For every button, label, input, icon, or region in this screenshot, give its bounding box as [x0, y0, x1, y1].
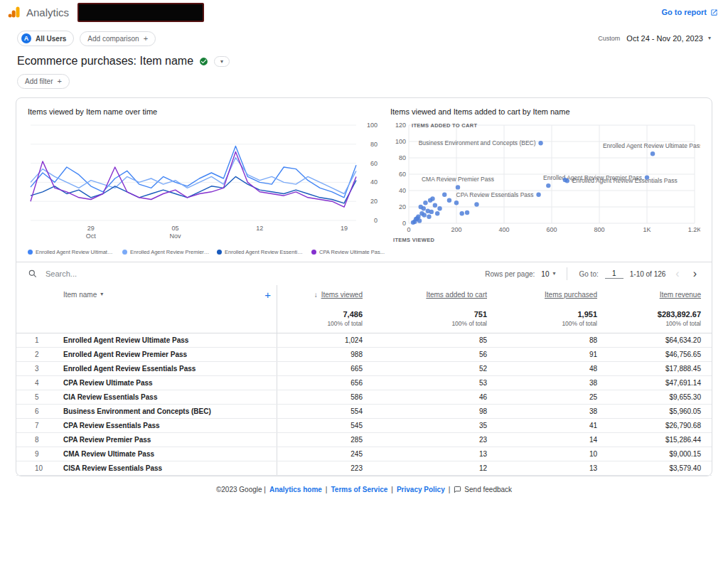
check-circle-icon: [199, 57, 208, 66]
items-added-cell: 52: [363, 365, 487, 373]
add-filter-button[interactable]: Add filter +: [17, 74, 70, 89]
legend-dot-icon: [311, 250, 316, 255]
go-to-report-button[interactable]: Go to report: [661, 8, 718, 16]
legend-dot-icon: [217, 250, 222, 255]
table-row[interactable]: 7CPA Review Essentials Pass5453541$26,79…: [16, 419, 712, 433]
legend-item[interactable]: Enrolled Agent Review Premier Pass: [122, 249, 210, 255]
item-name-cell: CIA Review Essentials Pass: [63, 390, 277, 404]
items-added-cell: 56: [363, 351, 487, 358]
svg-text:Oct: Oct: [86, 233, 97, 240]
footer-link-analytics-home[interactable]: Analytics home: [269, 486, 322, 493]
item-revenue-cell: $3,579.40: [597, 464, 712, 472]
page-title-row: Ecommerce purchases: Item name ▾: [0, 50, 728, 69]
page-footer: ©2023 Google | Analytics home | Terms of…: [0, 486, 728, 493]
report-card: Items viewed by Item name over time 0204…: [16, 97, 712, 476]
chevron-down-icon: ▾: [220, 58, 223, 65]
items-purchased-cell: 25: [487, 393, 597, 401]
total-item-revenue: $283,892.67 100% of total: [597, 310, 712, 327]
row-number: 9: [16, 450, 63, 458]
items-added-cell: 85: [363, 336, 487, 344]
pagination-controls: Rows per page: 10 ▾ Go to: 1-10 of 126 ‹…: [485, 267, 700, 280]
column-header-items-added[interactable]: Items added to cart: [363, 291, 487, 299]
property-selector-redacted[interactable]: [77, 3, 204, 22]
footer-link-privacy[interactable]: Privacy Policy: [397, 486, 445, 493]
table-row[interactable]: 5CIA Review Essentials Pass5864625$9,655…: [16, 390, 712, 405]
svg-text:400: 400: [498, 226, 509, 233]
table-controls: Rows per page: 10 ▾ Go to: 1-10 of 126 ‹…: [16, 262, 712, 285]
items-added-cell: 53: [363, 379, 487, 387]
table-row[interactable]: 4CPA Review Ultimate Pass6565338$47,691.…: [16, 376, 712, 390]
table-row[interactable]: 6Business Environment and Concepts (BEC)…: [16, 405, 712, 419]
item-name-cell: CPA Review Ultimate Pass: [63, 376, 277, 390]
row-number: 2: [16, 351, 63, 358]
row-number: 6: [16, 407, 63, 415]
footer-separator: |: [391, 486, 393, 493]
svg-text:CMA Review Premier Pass: CMA Review Premier Pass: [422, 176, 494, 183]
chevron-down-icon: ▾: [708, 36, 711, 41]
item-name-cell: CPA Review Premier Pass: [63, 433, 277, 447]
scatter-chart[interactable]: 02004006008001K1.2K020406080100120ITEMS …: [390, 119, 700, 249]
items-viewed-cell: 665: [277, 365, 363, 373]
legend-label: Enrolled Agent Review Ultimate Pass: [36, 249, 115, 255]
row-number: 8: [16, 436, 63, 444]
date-range-area: Custom Oct 24 - Nov 20, 2023 ▾: [598, 34, 711, 43]
items-purchased-cell: 41: [487, 422, 597, 429]
previous-page-icon[interactable]: ‹: [672, 268, 682, 279]
add-comparison-button[interactable]: Add comparison +: [80, 31, 156, 46]
legend-dot-icon: [122, 250, 127, 255]
dimension-select[interactable]: Item name ▾: [63, 291, 103, 299]
goto-page-input[interactable]: [605, 269, 623, 279]
column-header-item-revenue[interactable]: Item revenue: [597, 291, 712, 299]
svg-text:CPA Review Essentials Pass: CPA Review Essentials Pass: [456, 191, 534, 198]
svg-text:0: 0: [407, 226, 410, 233]
scatter-chart-block: Items viewed and Items added to cart by …: [390, 107, 700, 257]
items-viewed-cell: 245: [277, 450, 363, 458]
legend-item[interactable]: Enrolled Agent Review Ultimate Pass: [28, 249, 115, 255]
analytics-logo-icon: [7, 5, 21, 19]
add-column-button[interactable]: +: [264, 289, 271, 300]
rows-per-page-label: Rows per page:: [485, 270, 535, 278]
report-options-button[interactable]: ▾: [214, 56, 230, 67]
svg-text:Nov: Nov: [170, 233, 182, 240]
search-input[interactable]: [44, 269, 208, 279]
svg-text:200: 200: [451, 226, 461, 233]
svg-text:29: 29: [87, 225, 95, 232]
audience-chip-label: All Users: [36, 35, 66, 43]
item-revenue-cell: $26,790.68: [597, 422, 712, 429]
line-chart[interactable]: 02040608010029Oct05Nov1219: [28, 119, 383, 243]
table-row[interactable]: 2Enrolled Agent Review Premier Pass98856…: [16, 348, 712, 362]
item-revenue-cell: $9,655.30: [597, 393, 712, 401]
item-name-cell: CISA Review Essentials Pass: [63, 461, 277, 475]
column-header-items-purchased[interactable]: Items purchased: [487, 291, 597, 299]
items-added-cell: 13: [363, 450, 487, 458]
legend-item[interactable]: CPA Review Ultimate Pas...: [311, 249, 385, 255]
legend-label: Enrolled Agent Review Premier Pass: [130, 249, 210, 255]
table-row[interactable]: 8CPA Review Premier Pass2852314$15,286.4…: [16, 433, 712, 447]
table-row[interactable]: 10CISA Review Essentials Pass2231213$3,5…: [16, 461, 712, 476]
date-range-selector[interactable]: Oct 24 - Nov 20, 2023 ▾: [626, 34, 711, 43]
rows-per-page-select[interactable]: 10 ▾: [541, 270, 555, 278]
legend-item[interactable]: Enrolled Agent Review Essentials Pass: [217, 249, 304, 255]
footer-link-terms[interactable]: Terms of Service: [331, 486, 387, 493]
table-row[interactable]: 1Enrolled Agent Review Ultimate Pass1,02…: [16, 333, 712, 348]
svg-text:1.2K: 1.2K: [688, 226, 700, 233]
send-feedback-button[interactable]: Send feedback: [454, 486, 512, 493]
table-row[interactable]: 9CMA Review Ultimate Pass2451310$9,000.1…: [16, 447, 712, 461]
svg-text:600: 600: [546, 226, 557, 233]
row-number: 7: [16, 422, 63, 429]
external-link-icon: [710, 9, 718, 16]
table-row[interactable]: 3Enrolled Agent Review Essentials Pass66…: [16, 362, 712, 376]
svg-text:60: 60: [370, 160, 378, 167]
app-header: Analytics Go to report: [0, 0, 728, 24]
charts-area: Items viewed by Item name over time 0204…: [16, 98, 712, 257]
items-viewed-cell: 656: [277, 379, 363, 387]
next-page-icon[interactable]: ›: [690, 268, 700, 279]
items-purchased-cell: 38: [487, 407, 597, 415]
svg-text:80: 80: [399, 154, 406, 161]
column-header-items-viewed[interactable]: ↓ Items viewed: [277, 291, 363, 299]
add-filter-label: Add filter: [25, 78, 53, 85]
items-purchased-cell: 14: [487, 436, 597, 444]
audience-chip-all-users[interactable]: A All Users: [17, 31, 74, 46]
item-revenue-cell: $15,286.44: [597, 436, 712, 444]
row-number: 10: [16, 464, 63, 472]
